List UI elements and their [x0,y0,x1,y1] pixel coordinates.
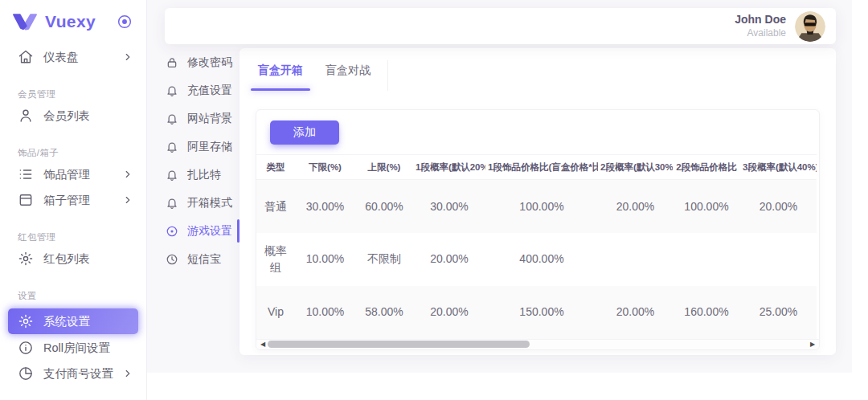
submenu-item-unbox-mode[interactable]: 开箱模式 [166,189,231,217]
column-header-type: 类型 [256,155,295,180]
table-cell: 160.00% [673,286,740,339]
main-content-card: 盲盒开箱 盲盒对战 添加 类型 下限(%) 上限(%) 1段概率(默认20%) … [240,48,836,355]
game-settings-panel: 添加 类型 下限(%) 上限(%) 1段概率(默认20%) 1段饰品价格比(盲盒… [256,109,820,350]
chevron-right-icon [122,51,133,63]
submenu-item-change-password[interactable]: 修改密码 [166,48,231,76]
table-cell [740,233,817,286]
info-circle-icon [18,340,34,356]
column-header-seg2-price-ratio: 2段饰品价格比 [673,155,740,180]
table-cell: 400.00% [485,233,598,286]
submenu-item-label: 修改密码 [187,55,232,70]
submenu-item-sms-treasure[interactable]: 短信宝 [166,245,231,273]
table-cell [673,233,740,286]
chevron-right-icon [122,194,133,206]
clock-icon [166,253,178,266]
table-cell: 10.00% [295,286,355,339]
sidebar-item-dashboard[interactable]: 仪表盘 [0,45,146,69]
table-cell: Vip [256,286,295,339]
column-header-seg1-price-ratio: 1段饰品价格比(盲盒价格*比例) [485,155,598,180]
horizontal-scrollbar[interactable]: ◀ ▶ [256,339,819,349]
lock-icon [166,56,178,69]
scroll-right-arrow-icon[interactable]: ▶ [809,339,817,349]
submenu-item-label: 阿里存储 [187,140,232,154]
table-cell: 概率组 [256,233,295,286]
chevron-right-icon [122,368,133,379]
probability-table: 类型 下限(%) 上限(%) 1段概率(默认20%) 1段饰品价格比(盲盒价格*… [256,154,817,339]
menu-pin-toggle-icon[interactable] [116,13,133,31]
table-cell: 不限制 [355,233,413,286]
bell-icon [166,112,178,125]
submenu-item-label: 游戏设置 [187,224,232,239]
vuexy-logo-icon [13,13,37,31]
sidebar-item-roll-room-settings[interactable]: Roll房间设置 [0,336,146,360]
user-info: John Doe Available [735,13,786,39]
table-row-probability-group: 概率组 10.00% 不限制 20.00% 400.00% [256,233,817,286]
submenu-item-label: 充值设置 [187,84,232,98]
submenu-item-zhabite[interactable]: 扎比特 [166,161,231,189]
main-sidebar: Vuexy 仪表盘 会员管理 会员列表 饰品/箱子 饰品管理 [0,0,147,400]
scroll-left-arrow-icon[interactable]: ◀ [259,339,267,349]
tab-bar: 盲盒开箱 盲盒对战 [240,48,836,91]
gear-icon [18,251,34,267]
table-row-vip: Vip 10.00% 58.00% 20.00% 150.00% 20.00% … [256,286,817,339]
submenu-item-recharge-settings[interactable]: 充值设置 [166,76,231,104]
sidebar-item-member-list[interactable]: 会员列表 [0,104,146,128]
sidebar-item-label: 会员列表 [43,108,90,124]
table-cell: 100.00% [485,180,598,233]
settings-submenu: 修改密码 充值设置 网站背景 阿里存储 扎比特 开箱模式 游戏设置 [166,48,231,273]
logo-row: Vuexy [0,0,146,43]
user-status: Available [735,27,786,39]
chevron-right-icon [122,169,133,180]
nav-section-items-boxes: 饰品/箱子 [0,147,146,159]
sidebar-item-item-management[interactable]: 饰品管理 [0,162,146,186]
scrollbar-thumb[interactable] [268,341,530,348]
user-name: John Doe [735,13,786,27]
nav-section-settings: 设置 [0,290,146,302]
table-cell: 20.00% [598,180,673,233]
top-header-bar: John Doe Available [165,8,836,44]
user-icon [18,108,34,124]
table-cell: 150.00% [485,286,598,339]
submenu-item-site-background[interactable]: 网站背景 [166,104,231,133]
table-cell: 20.00% [413,286,485,339]
sidebar-item-system-settings[interactable]: 系统设置 [8,308,138,334]
column-header-seg1-prob: 1段概率(默认20%) [413,155,485,180]
table-cell [598,233,673,286]
submenu-item-label: 开箱模式 [187,196,232,210]
sidebar-item-label: 支付商号设置 [43,366,113,382]
gear-icon [18,313,34,329]
submenu-item-label: 短信宝 [187,252,221,267]
list-icon [18,166,34,182]
table-cell: 30.00% [295,180,355,233]
table-cell: 58.00% [355,286,413,339]
tab-blindbox-open[interactable]: 盲盒开箱 [251,60,310,91]
sidebar-item-label: 饰品管理 [43,167,90,182]
table-cell: 25.00% [740,286,817,339]
bell-icon [166,197,178,210]
submenu-item-ali-storage[interactable]: 阿里存储 [166,133,231,161]
tabs-divider [387,60,388,91]
column-header-lower-limit: 下限(%) [295,155,355,180]
sidebar-item-label: 红包列表 [43,251,90,267]
sidebar-item-box-management[interactable]: 箱子管理 [0,188,146,212]
sidebar-item-redpacket-list[interactable]: 红包列表 [0,247,146,271]
column-header-seg2-prob: 2段概率(默认30%) [598,155,673,180]
tab-blindbox-battle[interactable]: 盲盒对战 [318,60,378,91]
bell-icon [166,84,178,97]
sidebar-item-payment-merchant-settings[interactable]: 支付商号设置 [0,361,146,386]
bell-icon [166,169,178,182]
pie-chart-icon [18,365,34,382]
bell-icon [166,141,178,153]
avatar[interactable] [795,11,825,42]
table-cell: 30.00% [413,180,485,233]
table-cell: 普通 [256,180,295,233]
sidebar-item-label: 仪表盘 [43,50,79,65]
submenu-item-game-settings[interactable]: 游戏设置 [166,217,231,245]
column-header-seg3-prob: 3段概率(默认40%) [740,155,817,180]
table-header-row: 类型 下限(%) 上限(%) 1段概率(默认20%) 1段饰品价格比(盲盒价格*… [256,155,817,180]
column-header-upper-limit: 上限(%) [355,155,413,180]
add-button[interactable]: 添加 [270,120,339,145]
table-cell: 60.00% [355,180,413,233]
table-cell: 20.00% [598,286,673,339]
nav-section-members: 会员管理 [0,88,146,100]
